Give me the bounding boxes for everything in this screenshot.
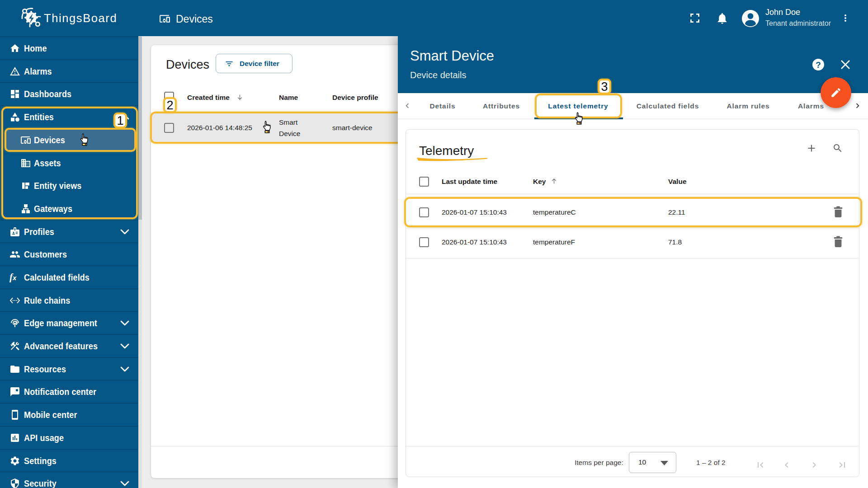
svg-text:?: ? — [816, 60, 821, 70]
